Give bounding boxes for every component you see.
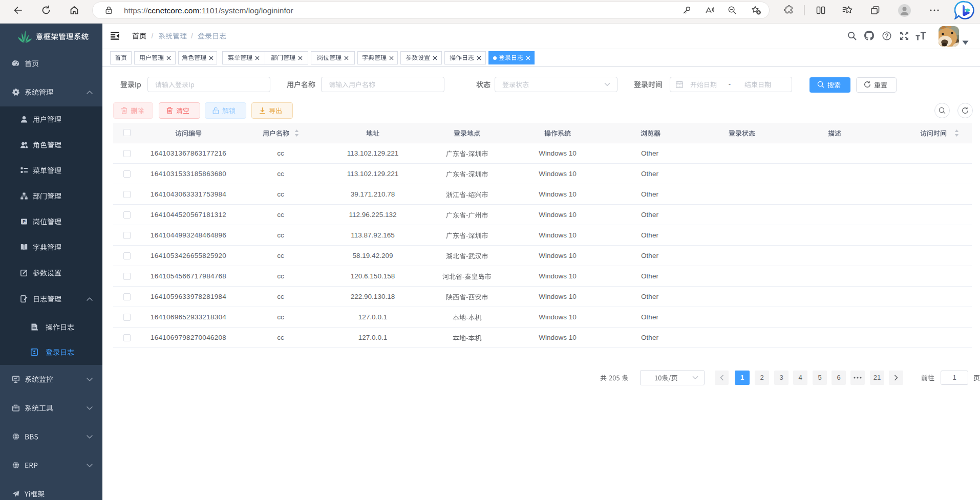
svg-text:P: P: [23, 219, 26, 224]
